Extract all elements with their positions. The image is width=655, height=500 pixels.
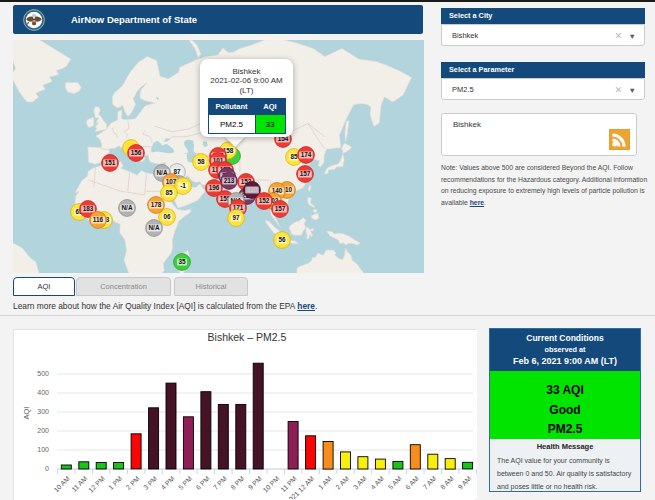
svg-text:200: 200 [37, 427, 49, 434]
svg-text:N/A: N/A [121, 204, 132, 211]
svg-text:183: 183 [83, 205, 94, 212]
svg-text:500: 500 [37, 370, 49, 377]
svg-text:06: 06 [163, 213, 171, 220]
svg-text:AQI: AQI [22, 407, 31, 420]
svg-text:178: 178 [151, 201, 162, 208]
svg-text:85: 85 [165, 189, 173, 196]
svg-text:400: 400 [37, 389, 49, 396]
svg-text:310: 310 [247, 186, 258, 193]
svg-text:0: 0 [45, 465, 49, 472]
svg-text:152: 152 [259, 197, 270, 204]
svg-text:58: 58 [197, 158, 205, 165]
svg-text:116: 116 [93, 216, 104, 223]
svg-text:97: 97 [232, 214, 240, 221]
svg-text:56: 56 [278, 236, 286, 243]
svg-text:N/A: N/A [148, 224, 159, 231]
svg-text:35: 35 [178, 258, 186, 265]
svg-text:300: 300 [37, 408, 49, 415]
svg-text:85: 85 [290, 153, 298, 160]
svg-text:196: 196 [209, 184, 220, 191]
svg-text:156: 156 [131, 149, 142, 156]
svg-text:213: 213 [224, 177, 235, 184]
svg-text:157: 157 [300, 170, 311, 177]
svg-text:174: 174 [301, 151, 312, 158]
svg-text:100: 100 [37, 446, 49, 453]
svg-text:-1: -1 [180, 182, 186, 189]
svg-text:Bishkek – PM2.5: Bishkek – PM2.5 [208, 331, 287, 343]
svg-text:157: 157 [275, 205, 286, 212]
svg-text:151: 151 [105, 159, 116, 166]
